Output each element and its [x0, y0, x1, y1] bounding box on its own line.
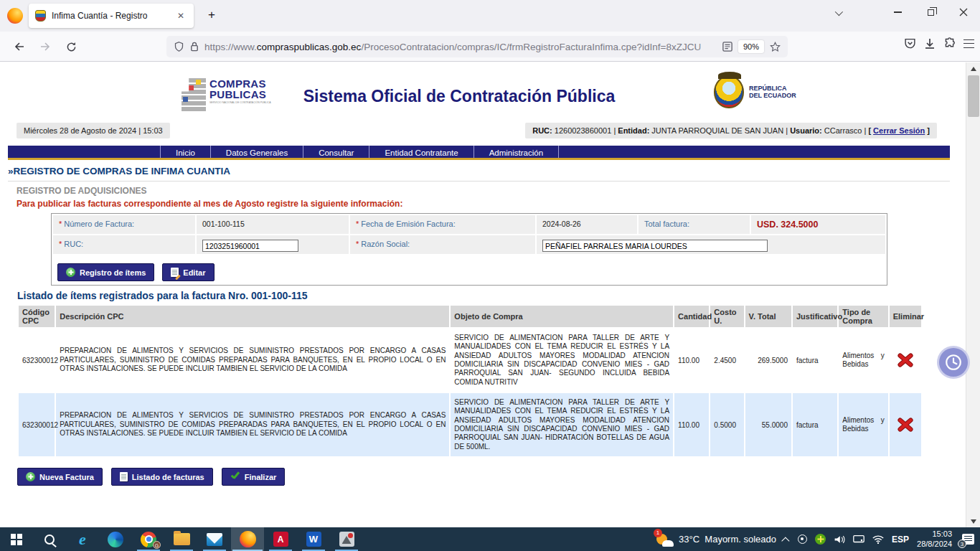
- table-header-row: Código CPC Descripción CPC Objeto de Com…: [19, 306, 921, 327]
- clock-icon: [944, 353, 963, 372]
- browser-tab-bar: Infima Cuantía - Registro ✕ +: [0, 0, 980, 32]
- taskbar-ie[interactable]: e: [66, 527, 99, 551]
- extensions-icon[interactable]: [943, 37, 956, 50]
- reader-mode-icon[interactable]: [722, 42, 732, 52]
- taskbar-file-explorer[interactable]: [165, 527, 198, 551]
- action-center-button[interactable]: 3: [960, 533, 974, 546]
- chrome-profile-badge: G: [153, 541, 161, 549]
- close-button[interactable]: [947, 0, 980, 24]
- cell-vtotal: 55.0000: [745, 393, 791, 456]
- taskbar-java-app[interactable]: [330, 527, 363, 551]
- zoom-level-badge[interactable]: 90%: [738, 40, 764, 53]
- nav-item-consultar[interactable]: Consultar: [303, 146, 369, 158]
- ruc-input-cell: [197, 235, 349, 254]
- antivirus-tray-icon[interactable]: [815, 534, 826, 545]
- minimize-button[interactable]: [881, 0, 914, 24]
- cell-tipo: Alimentos y Bebidas: [839, 393, 887, 456]
- main-nav: Inicio Datos Generales Consultar Entidad…: [8, 146, 950, 160]
- taskbar-search-button[interactable]: [33, 527, 66, 551]
- col-tipo-compra: Tipo de Compra: [839, 306, 887, 327]
- taskbar-acrobat[interactable]: A: [264, 527, 297, 551]
- clock-time: 15:03: [917, 529, 952, 540]
- page-content: COMPRAS PUBLICAS SERVICIO NACIONAL DE CO…: [0, 62, 966, 527]
- editar-button[interactable]: Editar: [162, 263, 214, 281]
- scroll-up-icon[interactable]: [966, 62, 980, 75]
- logout-link[interactable]: Cerrar Sesión: [873, 126, 925, 135]
- nav-item-inicio[interactable]: Inicio: [160, 146, 211, 158]
- razon-social-label: *Razón Social:: [350, 235, 535, 254]
- restore-button[interactable]: [914, 0, 947, 24]
- taskbar-word[interactable]: W: [297, 527, 330, 551]
- lock-icon[interactable]: [190, 42, 199, 52]
- volume-icon[interactable]: [834, 534, 845, 545]
- record-tray-icon[interactable]: [798, 534, 807, 544]
- compras-publicas-logo-mark: [182, 78, 206, 111]
- tab-close-icon[interactable]: ✕: [174, 9, 187, 22]
- republica-ecuador-logo: REPÚBLICA DEL ECUADOR: [714, 75, 796, 108]
- browser-toolbar: https://www.compraspublicas.gob.ec/Proce…: [0, 32, 980, 62]
- listado-facturas-button[interactable]: Listado de facturas: [111, 468, 213, 486]
- taskbar-edge[interactable]: [99, 527, 132, 551]
- col-cantidad: Cantidad: [674, 306, 709, 327]
- vertical-scrollbar[interactable]: [966, 62, 980, 527]
- taskbar-chrome[interactable]: G: [132, 527, 165, 551]
- pocket-icon[interactable]: [904, 38, 916, 50]
- floating-clock-widget[interactable]: [937, 346, 970, 379]
- nav-item-entidad-contratante[interactable]: Entidad Contratante: [369, 146, 473, 158]
- taskbar-weather[interactable]: 1 33°C Mayorm. soleado: [656, 532, 776, 547]
- scrollbar-thumb[interactable]: [968, 75, 979, 117]
- taskbar-firefox[interactable]: [231, 527, 264, 551]
- scroll-down-icon[interactable]: [966, 515, 980, 527]
- menu-hamburger-icon[interactable]: [963, 39, 974, 48]
- back-button[interactable]: [9, 37, 30, 57]
- bookmark-star-icon[interactable]: [770, 42, 781, 52]
- browser-tab[interactable]: Infima Cuantía - Registro ✕: [29, 4, 194, 28]
- cell-descripcion: PREPARACION DE ALIMENTOS Y SERVICIOS DE …: [56, 329, 449, 392]
- nav-item-administracion[interactable]: Administración: [474, 146, 559, 158]
- wifi-icon[interactable]: [872, 535, 884, 544]
- finalizar-button[interactable]: Finalizar: [222, 468, 286, 486]
- search-icon: [44, 534, 55, 545]
- temperature: 33°C: [679, 534, 699, 545]
- nueva-factura-button[interactable]: Nueva Factura: [17, 468, 103, 486]
- col-v-total: V. Total: [745, 306, 791, 327]
- keyboard-language[interactable]: ESP: [892, 534, 909, 545]
- col-objeto-compra: Objeto de Compra: [451, 306, 673, 327]
- nav-item-datos-generales[interactable]: Datos Generales: [211, 146, 303, 158]
- forward-button[interactable]: [34, 37, 56, 57]
- delete-x-icon[interactable]: [897, 417, 913, 433]
- display-cast-icon[interactable]: [853, 534, 864, 544]
- plus-circle-icon: [26, 472, 35, 481]
- cell-cantidad: 110.00: [674, 329, 709, 392]
- reload-button[interactable]: [60, 37, 82, 57]
- divider: [8, 181, 950, 182]
- ruc-label: *RUC:: [53, 235, 195, 254]
- clock-date: 28/8/2024: [917, 540, 952, 550]
- taskbar-clock[interactable]: 15:03 28/8/2024: [917, 529, 952, 550]
- ruc-input[interactable]: [202, 240, 298, 252]
- tracking-shield-icon[interactable]: [174, 41, 184, 52]
- tray-expand-icon[interactable]: [781, 537, 789, 545]
- instruction-text: Para publicar las facturas correspondien…: [17, 199, 402, 209]
- crumb-arrow-icon: »: [8, 166, 14, 176]
- url-text[interactable]: https://www.compraspublicas.gob.ec/Proce…: [204, 42, 717, 52]
- site-favicon: [35, 10, 46, 22]
- taskbar-mail[interactable]: [198, 527, 231, 551]
- cell-justificativo: factura: [793, 393, 837, 456]
- url-bar[interactable]: https://www.compraspublicas.gob.ec/Proce…: [166, 36, 788, 57]
- delete-x-icon[interactable]: [897, 352, 913, 368]
- col-justificativo: Justificativo: [793, 306, 837, 327]
- plus-circle-icon: [66, 268, 75, 277]
- session-ruc: 1260023860001: [555, 126, 612, 135]
- start-button[interactable]: [0, 527, 33, 551]
- downloads-icon[interactable]: [924, 38, 936, 50]
- edit-icon: [171, 268, 179, 277]
- word-icon: W: [306, 532, 321, 547]
- cell-costo: 2.4500: [710, 329, 743, 392]
- cell-objeto: SERVICIO DE ALIMENTACION PARA TALLER DE …: [451, 329, 673, 392]
- new-tab-button[interactable]: +: [204, 8, 220, 22]
- razon-social-input[interactable]: [542, 240, 768, 252]
- list-tabs-icon[interactable]: [829, 6, 847, 20]
- weather-condition: Mayorm. soleado: [705, 534, 776, 545]
- registro-items-button[interactable]: Registro de ítems: [57, 263, 154, 281]
